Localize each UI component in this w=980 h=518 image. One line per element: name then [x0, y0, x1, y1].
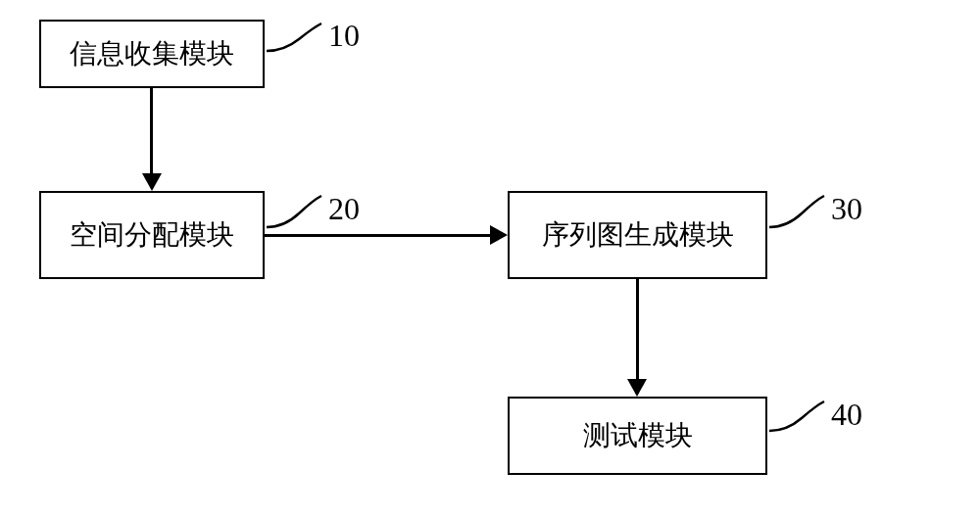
arrow-30-to-40: [636, 279, 639, 379]
box-label: 测试模块: [583, 417, 693, 454]
arrow-20-to-30: [265, 234, 490, 237]
callout-30: [767, 194, 826, 233]
arrow-head-20-to-30: [490, 225, 508, 245]
arrow-10-to-20: [150, 88, 153, 173]
box-sequence-diagram-gen: 序列图生成模块: [508, 191, 767, 279]
callout-40: [767, 400, 826, 437]
arrow-head-30-to-40: [627, 379, 647, 397]
box-info-collection: 信息收集模块: [39, 20, 265, 88]
box-space-allocation: 空间分配模块: [39, 191, 265, 279]
label-10: 10: [328, 18, 360, 54]
label-30: 30: [831, 191, 862, 227]
box-label: 序列图生成模块: [542, 216, 734, 254]
box-label: 空间分配模块: [70, 216, 234, 254]
arrow-head-10-to-20: [142, 173, 162, 191]
label-40: 40: [831, 397, 862, 433]
callout-20: [265, 194, 323, 233]
label-20: 20: [328, 191, 360, 227]
box-test-module: 测试模块: [508, 397, 767, 475]
callout-10: [265, 22, 323, 57]
box-label: 信息收集模块: [70, 35, 234, 72]
